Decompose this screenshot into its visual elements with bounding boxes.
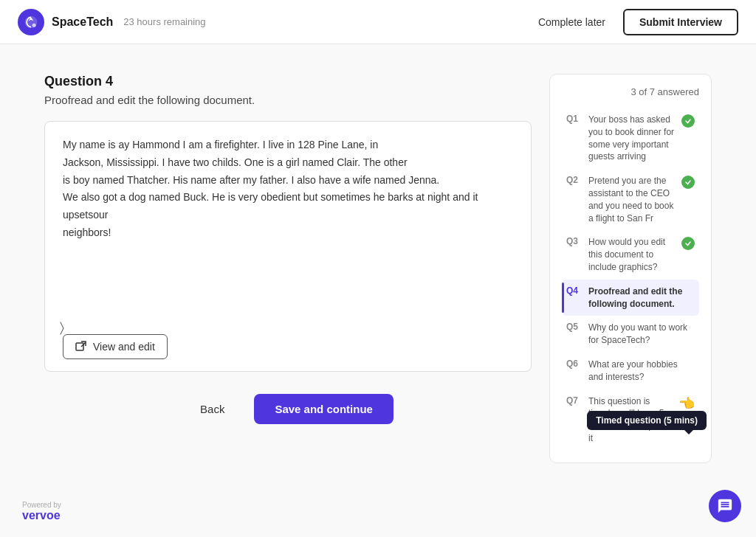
sidebar-item-q2[interactable]: Q2 Pretend you are the assistant to the … xyxy=(562,169,699,230)
q5-description: Why do you want to work for SpaceTech? xyxy=(588,322,695,347)
main-content: Question 4 Proofread and edit the follow… xyxy=(0,44,756,537)
submit-interview-button[interactable]: Submit Interview xyxy=(623,9,738,35)
question-list: Q1 Your boss has asked you to book dinne… xyxy=(562,108,699,451)
svg-point-1 xyxy=(32,23,36,27)
q5-number: Q5 xyxy=(566,322,583,332)
vervoe-logo-text: vervoe xyxy=(22,509,61,522)
q4-description: Proofread and edit the following documen… xyxy=(588,285,695,311)
q3-check-icon xyxy=(681,237,695,250)
sidebar-item-q5[interactable]: Q5 Why do you want to work for SpaceTech… xyxy=(562,316,699,353)
progress-sidebar: 3 of 7 answered Q1 Your boss has asked y… xyxy=(549,74,712,463)
question-area: Question 4 Proofread and edit the follow… xyxy=(44,74,532,507)
footer: Powered by vervoe xyxy=(22,501,61,522)
q7-cursor-icon: 👈 xyxy=(678,395,695,412)
question-prompt: Proofread and edit the following documen… xyxy=(44,94,532,106)
back-button[interactable]: Back xyxy=(182,394,242,424)
sidebar-item-q3[interactable]: Q3 How would you edit this document to i… xyxy=(562,230,699,279)
sidebar-item-q7[interactable]: Q7 This question is timed, you'll have 5… xyxy=(562,389,699,451)
complete-later-button[interactable]: Complete later xyxy=(526,10,617,34)
action-row: Back Save and continue xyxy=(44,394,532,424)
q2-check-icon xyxy=(681,176,695,189)
view-and-edit-button[interactable]: View and edit xyxy=(63,334,168,359)
chat-icon xyxy=(717,498,733,514)
header-left: SpaceTech 23 hours remaining xyxy=(18,9,206,35)
cursor-hand-icon: 〉 xyxy=(60,320,64,335)
brand-name: SpaceTech xyxy=(52,15,113,29)
q2-description: Pretend you are the assistant to the CEO… xyxy=(588,175,676,224)
header-right: Complete later Submit Interview xyxy=(526,9,738,35)
q4-active-bar xyxy=(562,283,564,313)
save-continue-button[interactable]: Save and continue xyxy=(254,394,394,424)
q1-check-icon xyxy=(681,114,695,128)
sidebar-item-q1[interactable]: Q1 Your boss has asked you to book dinne… xyxy=(562,108,699,169)
chat-bubble-button[interactable] xyxy=(709,490,741,522)
q3-description: How would you edit this document to incl… xyxy=(588,236,676,273)
q7-number: Q7 xyxy=(566,395,583,406)
question-number: Question 4 xyxy=(44,74,532,89)
q4-number: Q4 xyxy=(566,285,583,296)
sidebar-item-q4[interactable]: Q4 Proofread and edit the following docu… xyxy=(562,280,699,316)
document-content: My name is ay Hammond I am a firefighter… xyxy=(63,136,513,343)
sidebar-item-q6[interactable]: Q6 What are your hobbies and interests? xyxy=(562,353,699,389)
answered-count: 3 of 7 answered xyxy=(562,86,699,97)
svg-rect-2 xyxy=(76,343,83,350)
q1-number: Q1 xyxy=(566,114,583,124)
document-box: My name is ay Hammond I am a firefighter… xyxy=(44,121,532,372)
powered-by-label: Powered by xyxy=(22,501,61,509)
q6-description: What are your hobbies and interests? xyxy=(588,358,695,384)
header: SpaceTech 23 hours remaining Complete la… xyxy=(0,0,756,44)
q6-number: Q6 xyxy=(566,358,583,369)
timer-text: 23 hours remaining xyxy=(123,16,205,27)
timed-tooltip: Timed question (5 mins) xyxy=(587,411,707,430)
q3-number: Q3 xyxy=(566,236,583,246)
spacetech-logo-icon xyxy=(18,9,44,35)
external-link-icon xyxy=(75,341,87,353)
q1-description: Your boss has asked you to book dinner f… xyxy=(588,114,676,163)
q2-number: Q2 xyxy=(566,175,583,185)
vervoe-brand: Powered by vervoe xyxy=(22,501,61,522)
